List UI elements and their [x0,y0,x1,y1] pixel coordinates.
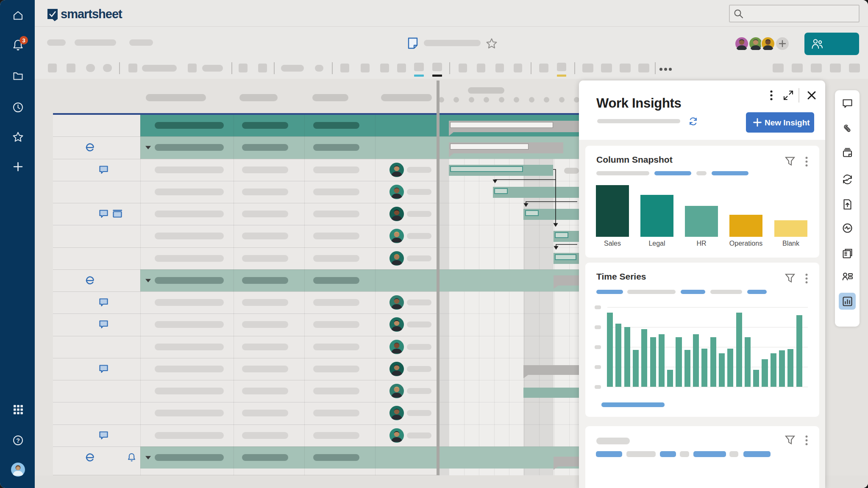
svg-text:?: ? [16,437,20,444]
